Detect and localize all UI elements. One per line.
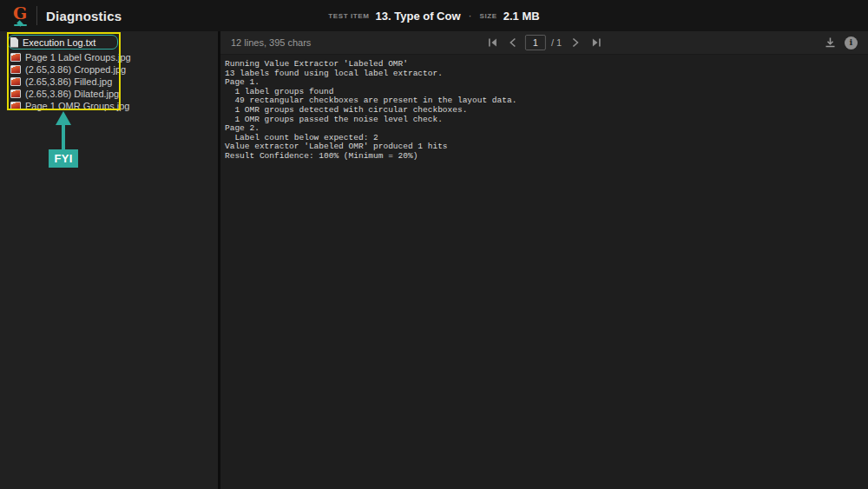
header-divider xyxy=(36,6,37,25)
file-name: (2.65,3.86) Filled.jpg xyxy=(25,76,112,87)
file-name: Page 1 Label Groups.jpg xyxy=(25,52,131,63)
app-window: G Diagnostics TEST ITEM 13. Type of Cow … xyxy=(0,0,868,489)
first-page-button[interactable] xyxy=(483,34,501,51)
file-name: Page 1 OMR Groups.jpg xyxy=(25,101,129,111)
file-name: Execution Log.txt xyxy=(23,37,95,48)
image-file-icon xyxy=(10,89,21,98)
file-row[interactable]: (2.65,3.86) Dilated.jpg xyxy=(10,88,118,100)
app-body: Execution Log.txt Page 1 Label Groups.jp… xyxy=(0,31,868,489)
info-icon: i xyxy=(845,36,858,50)
chevron-right-icon xyxy=(571,37,580,48)
execution-log-text: Running Value Extractor 'Labeled OMR' 13… xyxy=(220,55,868,489)
skip-first-icon xyxy=(486,37,497,48)
page-title: Diagnostics xyxy=(46,9,122,23)
image-file-icon xyxy=(10,102,21,110)
fyi-annotation-label: FYI xyxy=(49,149,78,168)
summary-separator: · xyxy=(469,10,472,22)
skip-last-icon xyxy=(591,37,602,48)
text-file-icon xyxy=(10,37,18,48)
page-navigation: / 1 xyxy=(483,34,605,51)
size-value: 2.1 MB xyxy=(503,10,540,23)
size-label: SIZE xyxy=(480,12,497,20)
viewer-toolbar: 12 lines, 395 chars / 1 xyxy=(220,31,868,55)
download-button[interactable] xyxy=(824,36,837,50)
chevron-left-icon xyxy=(509,37,517,48)
image-file-icon xyxy=(10,65,21,74)
prev-page-button[interactable] xyxy=(504,34,522,51)
app-logo[interactable]: G xyxy=(10,5,30,26)
download-icon xyxy=(824,36,837,50)
app-header: G Diagnostics TEST ITEM 13. Type of Cow … xyxy=(0,0,868,31)
file-row[interactable]: Page 1 Label Groups.jpg xyxy=(10,51,118,63)
page-total: / 1 xyxy=(551,37,562,48)
info-button[interactable]: i xyxy=(845,36,858,50)
test-item-value: 13. Type of Cow xyxy=(376,10,461,23)
image-file-icon xyxy=(10,77,21,86)
test-item-label: TEST ITEM xyxy=(328,12,369,20)
toolbar-right-actions: i xyxy=(824,36,858,50)
test-item-summary: TEST ITEM 13. Type of Cow · SIZE 2.1 MB xyxy=(328,10,539,23)
log-viewer-panel: 12 lines, 395 chars / 1 xyxy=(220,31,868,489)
last-page-button[interactable] xyxy=(588,34,605,51)
file-name: (2.65,3.86) Dilated.jpg xyxy=(25,89,119,99)
line-char-stats: 12 lines, 395 chars xyxy=(231,37,311,48)
image-file-icon xyxy=(10,53,21,62)
logo-mark-icon xyxy=(14,21,27,26)
file-sidebar: Execution Log.txt Page 1 Label Groups.jp… xyxy=(0,31,218,489)
file-row[interactable]: (2.65,3.86) Cropped.jpg xyxy=(10,63,118,76)
file-row[interactable]: Execution Log.txt xyxy=(8,35,118,50)
logo-letter: G xyxy=(13,5,27,22)
annotation-arrow-line xyxy=(62,123,65,150)
file-list: Execution Log.txt Page 1 Label Groups.jp… xyxy=(10,35,118,112)
file-name: (2.65,3.86) Cropped.jpg xyxy=(25,64,126,75)
file-row[interactable]: Page 1 OMR Groups.jpg xyxy=(10,100,118,112)
page-number-input[interactable] xyxy=(525,35,546,50)
next-page-button[interactable] xyxy=(567,34,584,51)
file-row[interactable]: (2.65,3.86) Filled.jpg xyxy=(10,76,118,88)
